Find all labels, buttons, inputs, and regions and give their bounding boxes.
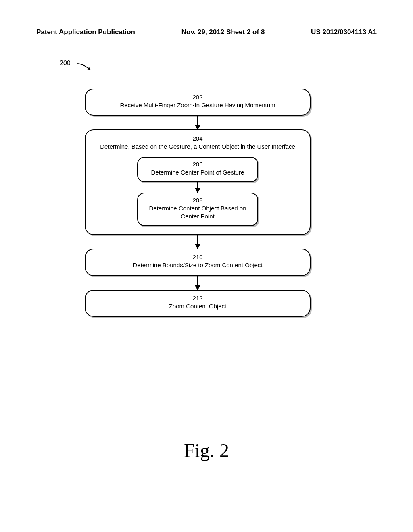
- step-210-text: Determine Bounds/Size to Zoom Content Ob…: [133, 262, 263, 268]
- arrow-down-icon: [197, 182, 198, 193]
- step-206: 206 Determine Center Point of Gesture: [137, 157, 258, 182]
- step-210: 210 Determine Bounds/Size to Zoom Conten…: [85, 249, 311, 276]
- step-202: 202 Receive Multi-Finger Zoom-In Gesture…: [85, 89, 311, 116]
- step-202-number: 202: [93, 94, 302, 100]
- flowchart: 202 Receive Multi-Finger Zoom-In Gesture…: [85, 89, 311, 317]
- step-212: 212 Zoom Content Object: [85, 290, 311, 317]
- step-204-number: 204: [98, 135, 298, 142]
- step-204-container: 204 Determine, Based on the Gesture, a C…: [85, 129, 311, 235]
- arrow-down-icon: [197, 116, 198, 129]
- step-206-text: Determine Center Point of Gesture: [151, 169, 244, 176]
- step-202-text: Receive Multi-Finger Zoom-In Gesture Hav…: [120, 102, 275, 108]
- header-center: Nov. 29, 2012 Sheet 2 of 8: [181, 28, 265, 36]
- header-left: Patent Application Publication: [36, 28, 135, 36]
- step-212-number: 212: [93, 295, 302, 301]
- header-right: US 2012/0304113 A1: [311, 28, 377, 36]
- figure-ref-number: 200: [60, 60, 71, 67]
- page-header: Patent Application Publication Nov. 29, …: [36, 28, 377, 36]
- arrow-down-icon: [197, 235, 198, 249]
- ref-arrow-icon: [76, 61, 96, 75]
- step-204-text: Determine, Based on the Gesture, a Conte…: [100, 143, 295, 150]
- step-210-number: 210: [93, 254, 302, 260]
- step-208-text: Determine Content Object Based on Center…: [149, 205, 246, 220]
- step-206-number: 206: [144, 161, 251, 168]
- step-208-number: 208: [144, 197, 251, 204]
- arrow-down-icon: [197, 276, 198, 290]
- step-212-text: Zoom Content Object: [169, 303, 227, 310]
- step-208: 208 Determine Content Object Based on Ce…: [137, 193, 258, 227]
- patent-page: Patent Application Publication Nov. 29, …: [0, 0, 413, 532]
- figure-label: Fig. 2: [0, 439, 413, 461]
